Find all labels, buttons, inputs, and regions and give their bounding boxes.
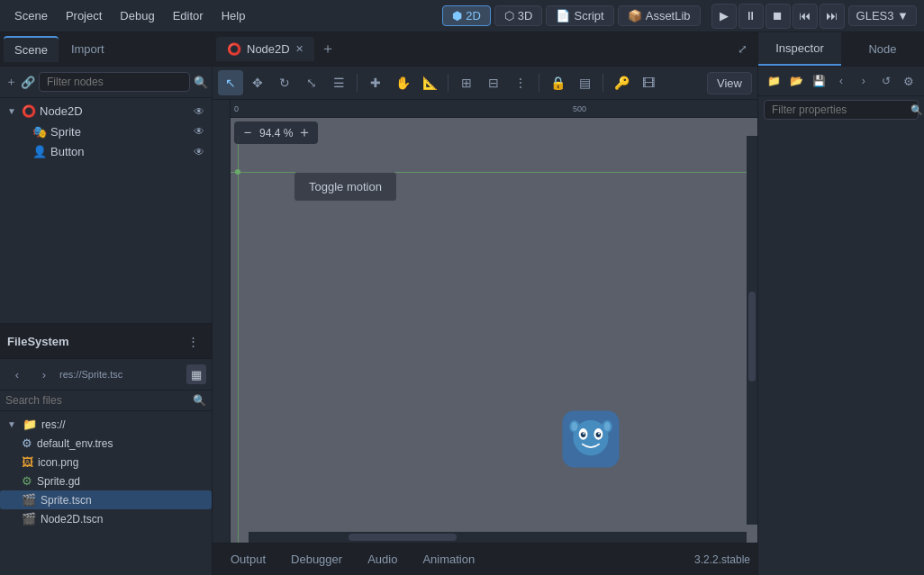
inspector-history-prev[interactable]: 📁	[764, 70, 784, 92]
button-visibility-icon[interactable]: 👁	[194, 146, 204, 158]
zoom-out-button[interactable]: －	[240, 123, 256, 142]
tab-scene[interactable]: Scene	[4, 36, 59, 62]
editor-tab-node2d[interactable]: ⭕ Node2D ✕	[216, 37, 314, 61]
tree-item-sprite[interactable]: 🎭 Sprite 📄 ⚑ 👁	[0, 121, 212, 142]
filesystem-panel: FileSystem ⋮ ‹ › res://Sprite.tsc ▦ 🔍 ▼ …	[0, 323, 212, 575]
fs-item-default-env[interactable]: ⚙ default_env.tres	[0, 434, 212, 453]
scrollbar-horizontal[interactable]	[249, 532, 747, 543]
tab-node[interactable]: Node	[841, 32, 924, 66]
pause-button[interactable]: ⏸	[738, 4, 764, 29]
tool-key[interactable]: 🔑	[609, 70, 634, 95]
tab-debugger[interactable]: Debugger	[280, 549, 353, 570]
tool-group[interactable]: ▤	[572, 70, 597, 95]
fs-layout-button[interactable]: ▦	[186, 364, 206, 384]
sprite-tscn-icon: 🎬	[22, 493, 36, 507]
tool-more[interactable]: ⋮	[508, 70, 533, 95]
svg-point-7	[598, 433, 600, 435]
canvas-area[interactable]: Toggle motion	[231, 118, 757, 543]
filter-search-icon[interactable]: 🔍	[194, 70, 208, 94]
mode-3d-label: 3D	[518, 9, 533, 22]
tool-rotate[interactable]: ↻	[272, 70, 297, 95]
tool-snap2[interactable]: ⊟	[481, 70, 506, 95]
fs-back-button[interactable]: ‹	[5, 363, 29, 386]
sprite-visibility-icon[interactable]: 👁	[194, 125, 204, 138]
menu-scene[interactable]: Scene	[7, 5, 55, 26]
scroll-thumb-horizontal[interactable]	[349, 534, 457, 541]
mode-assetlib-button[interactable]: 📦 AssetLib	[618, 5, 701, 26]
menu-bar: Scene Project Debug Editor Help ⬢ 2D ⬡ 3…	[0, 0, 924, 32]
fs-item-res[interactable]: ▼ 📁 res://	[0, 415, 212, 434]
filesystem-tree: ▼ 📁 res:// ⚙ default_env.tres 🖼 icon.png…	[0, 411, 212, 575]
tool-ruler[interactable]: 📐	[417, 70, 442, 95]
tool-list[interactable]: ☰	[326, 70, 351, 95]
add-tab-button[interactable]: ＋	[316, 38, 340, 61]
fs-item-icon-png[interactable]: 🖼 icon.png	[0, 453, 212, 472]
tree-item-button[interactable]: 👤 Button 👁	[0, 142, 212, 161]
fs-item-sprite-tscn[interactable]: 🎬 Sprite.tscn	[0, 490, 212, 509]
fs-item-sprite-gd[interactable]: ⚙ Sprite.gd	[0, 472, 212, 490]
sprite-script-icon[interactable]: 📄	[156, 123, 172, 139]
tool-select[interactable]: ↖	[218, 70, 243, 95]
view-button[interactable]: View	[707, 72, 752, 94]
play-scene-button[interactable]: ⏮	[793, 4, 818, 29]
tree-item-node2d[interactable]: ▼ ⭕ Node2D 👁	[0, 102, 212, 121]
inspector-refresh[interactable]: ↺	[875, 70, 896, 92]
filter-properties-input[interactable]	[772, 103, 907, 116]
tool-pan[interactable]: ✋	[390, 70, 415, 95]
tab-inspector[interactable]: Inspector	[758, 32, 841, 66]
scrollbar-vertical[interactable]	[747, 136, 757, 525]
editor-tab-label: Node2D	[247, 42, 290, 56]
fs-search-icon: 🔍	[193, 394, 206, 407]
inspector-nav-forward[interactable]: ›	[853, 70, 874, 92]
tool-anim[interactable]: 🎞	[636, 70, 661, 95]
menu-editor[interactable]: Editor	[166, 5, 211, 26]
tool-move[interactable]: ✥	[245, 70, 270, 95]
menu-help[interactable]: Help	[214, 5, 253, 26]
zoom-in-button[interactable]: ＋	[296, 123, 313, 142]
tool-lock[interactable]: 🔒	[545, 70, 570, 95]
inspector-nav-back[interactable]: ‹	[831, 70, 852, 92]
inspector-save[interactable]: 💾	[809, 70, 829, 92]
inspector-settings-icon[interactable]: ⚙	[898, 70, 919, 92]
tool-pivot[interactable]: ✚	[363, 70, 388, 95]
mode-script-label: Script	[574, 9, 603, 22]
scroll-thumb-vertical[interactable]	[748, 292, 756, 382]
expand-arrow: ▼	[7, 106, 18, 116]
godot-sprite	[559, 408, 622, 471]
tab-output[interactable]: Output	[220, 549, 276, 570]
editor-tab-close-icon[interactable]: ✕	[295, 43, 303, 55]
fs-menu-icon[interactable]: ⋮	[181, 329, 204, 353]
sprite-icon: 🎭	[32, 125, 47, 139]
mode-2d-button[interactable]: ⬢ 2D	[442, 5, 491, 26]
tool-snap1[interactable]: ⊞	[454, 70, 479, 95]
play-button[interactable]: ▶	[711, 4, 737, 29]
tab-import[interactable]: Import	[60, 37, 115, 61]
node2d-tscn-icon: 🎬	[22, 512, 36, 526]
fs-forward-button[interactable]: ›	[32, 363, 56, 386]
filesystem-search-input[interactable]	[5, 394, 189, 407]
mode-script-button[interactable]: 📄 Script	[546, 5, 613, 26]
menu-project[interactable]: Project	[59, 5, 109, 26]
filter-properties: 🔍	[764, 100, 919, 120]
sprite-group-icon[interactable]: ⚑	[174, 123, 190, 139]
node2d-label: Node2D	[40, 104, 190, 118]
play-custom-button[interactable]: ⏭	[820, 4, 845, 29]
play-controls: ▶ ⏸ ⏹ ⏮ ⏭	[711, 4, 845, 29]
fs-item-node2d-tscn[interactable]: 🎬 Node2D.tscn	[0, 509, 212, 528]
add-node-button[interactable]: ＋	[5, 70, 17, 94]
visibility-icon[interactable]: 👁	[194, 105, 204, 118]
mode-3d-button[interactable]: ⬡ 3D	[494, 5, 543, 26]
expand-icon[interactable]: ⤢	[730, 38, 754, 61]
tab-animation[interactable]: Animation	[412, 549, 485, 570]
gles-selector[interactable]: GLES3 ▼	[848, 5, 917, 26]
menu-debug[interactable]: Debug	[113, 5, 161, 26]
toggle-motion-button[interactable]: Toggle motion	[294, 172, 397, 202]
stop-button[interactable]: ⏹	[765, 4, 791, 29]
right-panel: Inspector Node 📁 📂 💾 ‹ › ↺ ⚙ 🔍	[757, 32, 924, 575]
link-node-button[interactable]: 🔗	[21, 70, 35, 94]
ruler-left	[213, 100, 231, 543]
tab-audio[interactable]: Audio	[357, 549, 408, 570]
inspector-history-open[interactable]: 📂	[786, 70, 807, 92]
tool-scale[interactable]: ⤡	[299, 70, 324, 95]
filter-nodes-input[interactable]	[39, 72, 190, 92]
